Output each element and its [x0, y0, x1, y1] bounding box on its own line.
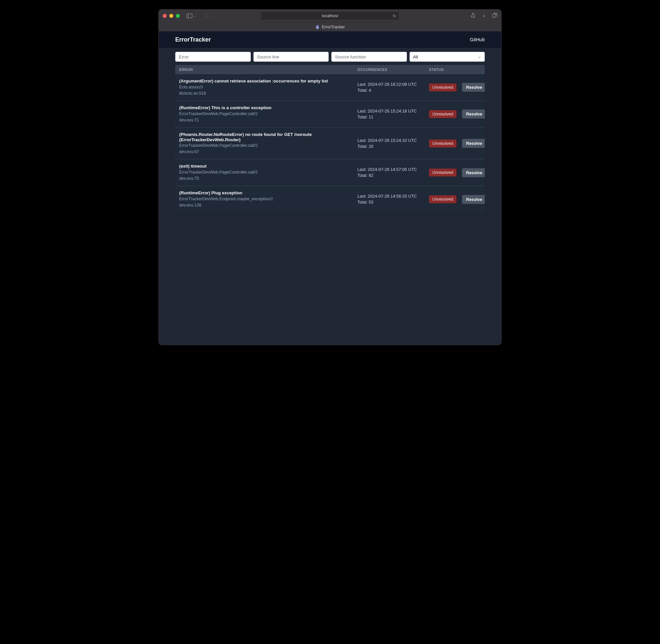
total-occurrences: Total: 4 — [357, 87, 429, 93]
resolve-button[interactable]: Resolve — [462, 168, 485, 177]
table-header-row: ERROR OCCURRENCES STATUS — [175, 65, 485, 74]
status-filter-value: All — [413, 54, 418, 60]
resolve-button[interactable]: Resolve — [462, 83, 485, 92]
chevron-down-icon: ⌄ — [194, 14, 196, 18]
occurrences-cell: Last: 2024-07-26 14:56:33 UTCTotal: 53 — [357, 193, 429, 205]
error-title: (Phoenix.Router.NoRouteError) no route f… — [179, 132, 357, 142]
app-header: ErrorTracker GitHub — [159, 31, 501, 48]
address-text: localhost — [322, 14, 338, 18]
status-badge: Unresolved — [429, 195, 456, 203]
total-occurrences: Total: 82 — [357, 172, 429, 179]
error-location: dev.exs:71 — [179, 117, 357, 123]
source-function-filter-input[interactable] — [331, 52, 407, 62]
svg-rect-0 — [187, 14, 192, 18]
col-header-occurrences: OCCURRENCES — [357, 68, 429, 72]
error-location: lib/ecto.ex:516 — [179, 91, 357, 96]
reload-icon[interactable]: ↻ — [393, 14, 396, 19]
forward-button[interactable]: 〉 — [212, 13, 218, 19]
tabs-overview-icon[interactable] — [492, 13, 497, 19]
filter-bar: All ⌄ — [159, 48, 501, 65]
nav-arrows: 〈 〉 — [203, 13, 218, 19]
error-location: dev.exs:67 — [179, 149, 357, 155]
status-filter-select[interactable]: All ⌄ — [410, 52, 485, 62]
table-row[interactable]: (RuntimeError) Plug exceptionErrorTracke… — [175, 186, 485, 212]
occurrences-cell: Last: 2024-07-26 15:24:10 UTCTotal: 20 — [357, 138, 429, 150]
svg-rect-2 — [493, 14, 496, 17]
total-occurrences: Total: 11 — [357, 114, 429, 120]
error-cell: (RuntimeError) This is a controller exce… — [179, 105, 357, 123]
status-cell: UnresolvedResolve — [429, 195, 485, 204]
new-tab-icon[interactable]: ＋ — [481, 13, 486, 19]
share-icon[interactable] — [471, 13, 476, 19]
status-cell: UnresolvedResolve — [429, 168, 485, 177]
address-bar[interactable]: localhost ↻ — [261, 12, 399, 20]
page-title: ErrorTracker — [175, 36, 211, 43]
app-content: ErrorTracker GitHub All ⌄ ERROR OCCURREN… — [159, 31, 501, 345]
total-occurrences: Total: 20 — [357, 143, 429, 150]
total-occurrences: Total: 53 — [357, 199, 429, 205]
last-occurrence: Last: 2024-07-26 14:56:33 UTC — [357, 193, 429, 199]
error-location: dev.exs:75 — [179, 176, 357, 181]
last-occurrence: Last: 2024-07-29 18:22:09 UTC — [357, 82, 429, 87]
error-function: Ecto.assoc/3 — [179, 85, 357, 90]
table-row[interactable]: (exit) timeoutErrorTrackerDevWeb.PageCon… — [175, 159, 485, 186]
error-function: ErrorTrackerDevWeb.PageController.call/2 — [179, 169, 357, 175]
error-title: (ArgumentError) cannot retrieve associat… — [179, 78, 357, 84]
error-function: ErrorTrackerDevWeb.PageController.call/2 — [179, 143, 357, 148]
table-row[interactable]: (Phoenix.Router.NoRouteError) no route f… — [175, 128, 485, 159]
status-badge: Unresolved — [429, 140, 456, 147]
occurrences-cell: Last: 2024-07-26 14:57:05 UTCTotal: 82 — [357, 167, 429, 179]
tab-favicon-icon — [315, 25, 320, 29]
error-location: dev.exs:139 — [179, 203, 357, 208]
browser-tab[interactable]: ErrorTracker — [159, 22, 501, 31]
browser-toolbar-right: ＋ — [471, 13, 497, 19]
status-cell: UnresolvedResolve — [429, 110, 485, 118]
error-title: (RuntimeError) This is a controller exce… — [179, 105, 357, 111]
browser-window: ⌄ 〈 〉 localhost ↻ ＋ ErrorTracker ErrorTr… — [158, 9, 502, 345]
status-cell: UnresolvedResolve — [429, 83, 485, 92]
close-window-icon[interactable] — [163, 14, 167, 18]
table-row[interactable]: (ArgumentError) cannot retrieve associat… — [175, 74, 485, 101]
browser-toolbar: ⌄ 〈 〉 localhost ↻ ＋ — [159, 9, 501, 22]
resolve-button[interactable]: Resolve — [462, 195, 485, 204]
back-button[interactable]: 〈 — [203, 13, 208, 19]
minimize-window-icon[interactable] — [169, 14, 173, 18]
error-function: ErrorTrackerDevWeb.Endpoint.maybe_except… — [179, 196, 357, 202]
chevron-down-icon: ⌄ — [478, 54, 481, 59]
occurrences-cell: Last: 2024-07-26 15:24:18 UTCTotal: 11 — [357, 108, 429, 120]
error-cell: (exit) timeoutErrorTrackerDevWeb.PageCon… — [179, 164, 357, 181]
col-header-error: ERROR — [179, 68, 357, 72]
error-title: (RuntimeError) Plug exception — [179, 190, 357, 196]
error-cell: (Phoenix.Router.NoRouteError) no route f… — [179, 132, 357, 155]
table-row[interactable]: (RuntimeError) This is a controller exce… — [175, 101, 485, 128]
last-occurrence: Last: 2024-07-26 14:57:05 UTC — [357, 167, 429, 172]
fullscreen-window-icon[interactable] — [176, 14, 180, 18]
status-cell: UnresolvedResolve — [429, 139, 485, 148]
last-occurrence: Last: 2024-07-26 15:24:10 UTC — [357, 138, 429, 143]
github-link[interactable]: GitHub — [470, 37, 485, 42]
resolve-button[interactable]: Resolve — [462, 110, 485, 118]
col-header-status: STATUS — [429, 68, 488, 72]
source-line-filter-input[interactable] — [253, 52, 329, 62]
occurrences-cell: Last: 2024-07-29 18:22:09 UTCTotal: 4 — [357, 82, 429, 93]
error-cell: (RuntimeError) Plug exceptionErrorTracke… — [179, 190, 357, 208]
tab-title: ErrorTracker — [322, 25, 345, 29]
error-cell: (ArgumentError) cannot retrieve associat… — [179, 78, 357, 96]
error-filter-input[interactable] — [175, 52, 251, 62]
sidebar-toggle[interactable]: ⌄ — [186, 14, 196, 18]
window-controls — [163, 14, 180, 18]
resolve-button[interactable]: Resolve — [462, 139, 485, 148]
error-function: ErrorTrackerDevWeb.PageController.call/2 — [179, 111, 357, 117]
status-badge: Unresolved — [429, 168, 456, 177]
errors-table: ERROR OCCURRENCES STATUS (ArgumentError)… — [159, 65, 501, 219]
status-badge: Unresolved — [429, 110, 456, 118]
error-title: (exit) timeout — [179, 164, 357, 169]
last-occurrence: Last: 2024-07-26 15:24:18 UTC — [357, 108, 429, 114]
status-badge: Unresolved — [429, 84, 456, 91]
